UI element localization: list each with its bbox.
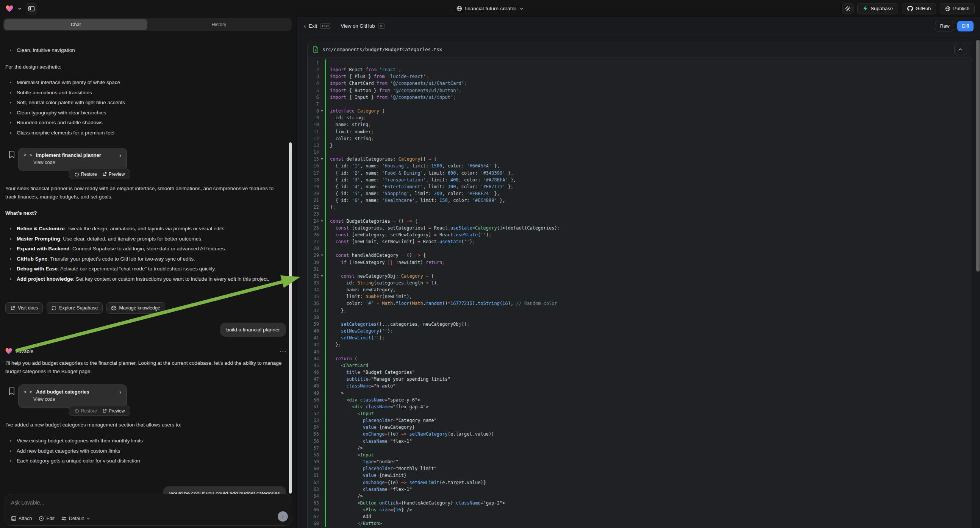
toggle-sidebar-button[interactable] <box>26 3 37 14</box>
settings-button[interactable] <box>842 3 853 14</box>
code-line: 31 <box>308 266 972 273</box>
code-line: 34 name: newCategory, <box>308 286 972 293</box>
assistant-name: Lovable <box>16 348 33 354</box>
line-number: 60 <box>308 465 319 472</box>
visit-docs-button[interactable]: Visit docs <box>5 302 43 313</box>
tab-history[interactable]: History <box>147 19 291 30</box>
line-number: 63 <box>308 486 319 493</box>
chevron-up-icon <box>958 48 963 51</box>
prompt-composer[interactable]: Ask Lovable... Attach Edit Default ↑ <box>5 494 292 526</box>
edit-button[interactable]: Edit <box>39 516 54 521</box>
send-button[interactable]: ↑ <box>278 511 288 522</box>
fold-gutter <box>319 520 325 527</box>
explore-supabase-button[interactable]: Explore Supabase <box>46 302 103 313</box>
fold-gutter <box>319 513 325 520</box>
version-card-implement-financial-planner[interactable]: < > Implement financial planner › View c… <box>18 148 127 171</box>
github-button[interactable]: GitHub <box>902 3 936 14</box>
publish-button[interactable]: Publish <box>940 3 975 14</box>
line-number: 4 <box>308 80 319 87</box>
code-text: subtitle="Manage your spending limits" <box>325 376 972 383</box>
fold-gutter <box>319 197 325 204</box>
supabase-button[interactable]: Supabase <box>857 3 898 14</box>
view-code-link[interactable]: View code <box>33 396 121 402</box>
code-line: 39 setCategories([...categories, newCate… <box>308 321 972 328</box>
exit-button[interactable]: ‹ Exit ESC <box>304 23 331 30</box>
line-number: 19 <box>308 183 319 190</box>
code-text <box>325 149 972 156</box>
chat-scroll-area[interactable]: Clean, intuitive navigation For the desi… <box>0 32 297 506</box>
line-number: 9 <box>308 115 319 121</box>
message-menu-button[interactable]: ··· <box>280 348 288 354</box>
restore-button[interactable]: Restore <box>75 172 97 177</box>
bullet-dot <box>10 92 11 94</box>
fold-chevron-icon[interactable] <box>319 218 325 224</box>
bullet-dot <box>10 82 11 83</box>
attach-button[interactable]: Attach <box>11 516 32 521</box>
mode-select[interactable]: Default <box>61 516 90 521</box>
view-code-link[interactable]: View code <box>33 160 121 165</box>
code-line: 18 { id: '3', name: 'Transportation', li… <box>308 177 972 183</box>
code-line: 38 <box>308 314 972 321</box>
list-item-text: View existing budget categories with the… <box>17 436 143 446</box>
code-text: name: newCategory, <box>325 286 972 293</box>
prompt-input[interactable]: Ask Lovable... <box>11 499 286 506</box>
collapse-file-button[interactable] <box>954 44 966 55</box>
chat-scrollbar[interactable] <box>289 142 292 493</box>
bullet-dot <box>10 122 11 124</box>
aesthetic-heading: For the design aesthetic: <box>5 63 282 71</box>
line-number: 26 <box>308 231 319 238</box>
view-on-github-link[interactable]: View on GitHub G <box>341 23 385 29</box>
line-number: 23 <box>308 211 319 218</box>
code-line: 14 <box>308 149 972 156</box>
fold-gutter <box>319 162 325 169</box>
bookmark-icon[interactable] <box>8 387 15 396</box>
project-switcher[interactable]: financial-future-creator <box>456 0 523 17</box>
fold-chevron-icon[interactable] <box>319 108 325 115</box>
fold-gutter <box>319 170 325 177</box>
raw-toggle-button[interactable]: Raw <box>935 21 954 32</box>
code-line: 33 id: String(categories.length + 1), <box>308 280 972 286</box>
code-scrollbar[interactable] <box>976 40 980 272</box>
logo-menu-chevron-icon[interactable] <box>18 6 22 11</box>
tab-chat[interactable]: Chat <box>4 19 147 30</box>
fold-gutter <box>319 307 325 314</box>
code-text: id: String(categories.length + 1), <box>325 280 972 286</box>
manage-knowledge-button[interactable]: Manage knowledge <box>107 302 165 313</box>
list-item-text: Glass-morphic elements for a premium fee… <box>17 128 115 138</box>
line-number: 10 <box>308 121 319 128</box>
line-number: 45 <box>308 362 319 369</box>
code-text: const [newCategory, setNewCategory] = Re… <box>325 231 972 238</box>
lovable-logo-icon[interactable] <box>5 5 14 13</box>
line-number: 22 <box>308 204 319 211</box>
chevron-down-icon <box>86 517 90 520</box>
code-text: className="h-auto" <box>325 383 972 390</box>
code-text: import { Button } from '@/components/ui/… <box>325 87 972 94</box>
fold-chevron-icon[interactable] <box>319 252 325 259</box>
fold-chevron-icon[interactable] <box>319 156 325 162</box>
code-text: name: string; <box>325 121 972 128</box>
file-card-header[interactable]: src/components/budget/BudgetCategories.t… <box>308 41 972 58</box>
restore-button-disabled[interactable]: Restore <box>75 408 97 413</box>
code-text: const BudgetCategories = () => { <box>325 218 972 224</box>
bookmark-icon[interactable] <box>8 150 15 159</box>
chevron-left-icon: ‹ <box>304 23 306 30</box>
code-line: 57 /> <box>308 445 972 452</box>
code-line: 45 <ChartCard <box>308 362 972 369</box>
fold-chevron-icon[interactable] <box>319 273 325 280</box>
code-content[interactable]: 1 2import React from 'react';3import { P… <box>308 58 972 528</box>
code-text: value={newCategory} <box>325 424 972 431</box>
code-text: Add <box>325 513 972 520</box>
code-line: 35 limit: Number(newLimit), <box>308 293 972 300</box>
line-number: 5 <box>308 87 319 94</box>
fold-gutter <box>319 334 325 341</box>
project-name: financial-future-creator <box>465 6 516 11</box>
line-number: 40 <box>308 328 319 334</box>
esc-kbd-badge: ESC <box>320 24 331 29</box>
diff-toggle-button[interactable]: Diff <box>957 21 974 32</box>
line-number: 16 <box>308 162 319 169</box>
preview-button[interactable]: Preview <box>102 408 125 413</box>
preview-button[interactable]: Preview <box>102 172 125 177</box>
code-line: 28 <box>308 245 972 252</box>
line-number: 41 <box>308 334 319 341</box>
version-card-add-budget-categories[interactable]: < > Add budget categories › View code <box>18 385 127 408</box>
